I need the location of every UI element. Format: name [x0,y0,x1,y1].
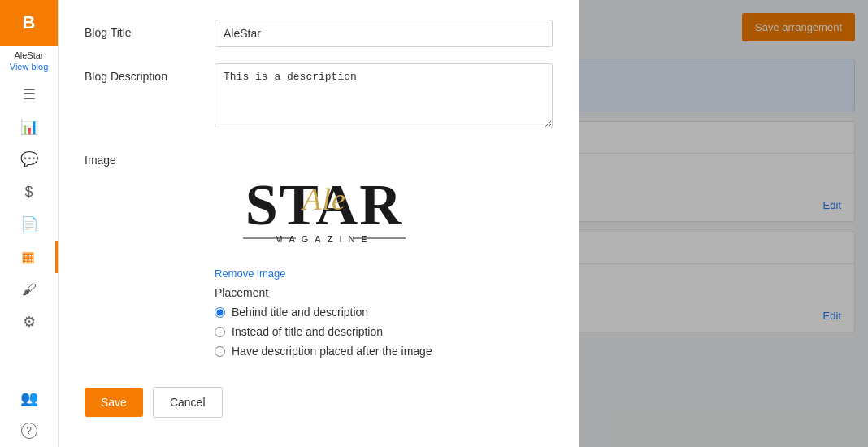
magazine-logo-container: STAR Ale MAGAZINE [215,147,434,261]
blog-title-label: Blog Title [85,20,215,39]
blog-title-row: Blog Title [85,20,553,47]
readers-icon: 👥 [20,389,38,407]
image-area: STAR Ale MAGAZINE Remove image [215,147,553,364]
placement-option-3[interactable]: Have description placed after the image [215,345,432,358]
placement-radio-3[interactable] [215,346,225,357]
view-blog-link[interactable]: View blog [3,62,55,78]
blog-description-label: Blog Description [85,63,215,83]
sidebar-item-theme[interactable]: 🖌 [0,273,58,306]
sidebar-item-settings[interactable]: ⚙ [0,306,58,338]
blog-description-field: This is a description [215,63,553,131]
svg-text:Ale: Ale [300,182,346,216]
magazine-logo-svg: STAR Ale MAGAZINE [219,151,430,257]
sidebar-item-stats[interactable]: 📊 [0,111,58,143]
blog-description-row: Blog Description This is a description [85,63,553,131]
help-icon: ? [21,423,37,439]
sidebar: B AleStar View blog ☰ 📊 💬 $ 📄 ▦ 🖌 ⚙ 👥 ? [0,0,59,447]
layout-icon: ▦ [21,248,35,266]
blog-title-input[interactable] [215,20,553,47]
blog-title-field [215,20,553,47]
comments-icon: 💬 [20,150,38,168]
pages-icon: 📄 [20,215,38,233]
placement-label: Placement [215,286,268,299]
blogger-logo: B [0,0,59,46]
sidebar-item-earnings[interactable]: $ [0,176,58,208]
modal-button-row: Save Cancel [85,387,553,418]
stats-icon: 📊 [20,118,38,136]
image-row: Image STAR Ale MAGAZINE [85,147,553,364]
sidebar-item-readers[interactable]: 👥 [0,382,58,414]
settings-icon: ⚙ [23,313,36,331]
sidebar-item-posts[interactable]: ☰ [0,78,58,111]
sidebar-blog-title: AleStar [0,46,58,62]
placement-radio-1[interactable] [215,307,225,318]
blog-description-textarea[interactable]: This is a description [215,63,553,128]
save-button[interactable]: Save [85,388,143,417]
theme-icon: 🖌 [22,281,37,298]
sidebar-item-layout[interactable]: ▦ [0,241,58,273]
sidebar-item-pages[interactable]: 📄 [0,208,58,241]
placement-option-2-label: Instead of title and description [232,325,383,338]
sidebar-item-comments[interactable]: 💬 [0,143,58,176]
cancel-button[interactable]: Cancel [153,387,223,418]
placement-option-1[interactable]: Behind title and description [215,306,368,319]
placement-radio-2[interactable] [215,327,225,337]
placement-option-1-label: Behind title and description [232,306,368,319]
blog-settings-modal: Blog Title Blog Description This is a de… [59,0,579,447]
earnings-icon: $ [24,184,33,201]
posts-icon: ☰ [23,85,36,103]
placement-option-2[interactable]: Instead of title and description [215,325,383,338]
placement-option-3-label: Have description placed after the image [232,345,432,358]
image-label: Image [85,147,215,167]
modal-overlay: Blog Title Blog Description This is a de… [59,0,868,447]
svg-text:MAGAZINE: MAGAZINE [275,234,373,244]
sidebar-item-help[interactable]: ? [0,414,58,447]
main-area: Blog Title Blog Description This is a de… [59,0,868,447]
remove-image-link[interactable]: Remove image [215,267,285,280]
